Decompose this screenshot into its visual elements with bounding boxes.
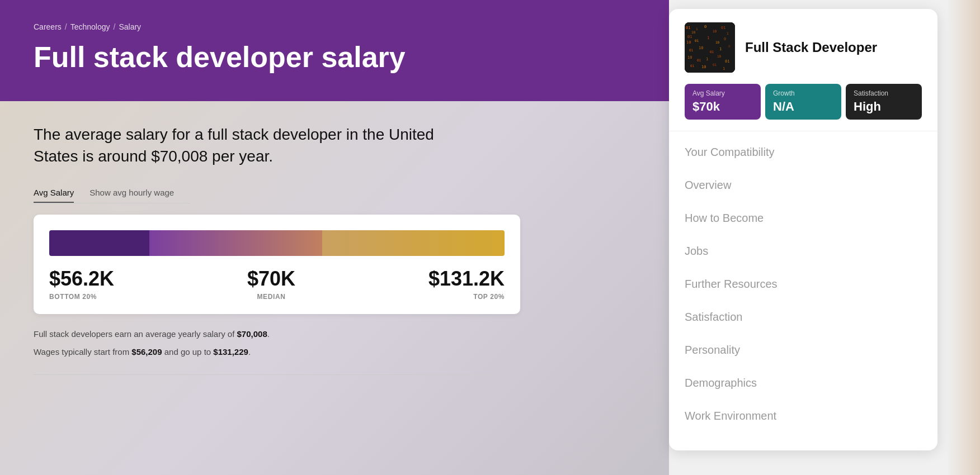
stat-satisfaction: Satisfaction High xyxy=(846,84,922,120)
page-title: Full stack developer salary xyxy=(34,41,635,73)
avg-salary-value: $70k xyxy=(692,99,753,114)
svg-text:01: 01 xyxy=(697,58,701,62)
stat-growth: Growth N/A xyxy=(765,84,841,120)
intro-text-end: per year. xyxy=(208,148,273,165)
svg-text:01: 01 xyxy=(687,35,692,39)
desc-line2-end: . xyxy=(248,347,251,357)
median-label: MEDIAN xyxy=(257,293,286,301)
svg-text:0: 0 xyxy=(704,25,706,29)
sidebar: 01 10 01 1 0 10 01 1 10 01 1 10 0 01 xyxy=(669,9,937,450)
sidebar-item-work-environment[interactable]: Work Environment xyxy=(669,400,937,433)
breadcrumb: Careers / Technology / Salary xyxy=(34,22,635,31)
thumbnail-inner: 01 10 01 1 0 10 01 1 10 01 1 10 0 01 xyxy=(685,22,735,73)
svg-text:10: 10 xyxy=(713,29,717,33)
tab-avg-salary[interactable]: Avg Salary xyxy=(34,183,74,203)
sidebar-item-compatibility[interactable]: Your Compatibility xyxy=(669,136,937,169)
svg-text:01: 01 xyxy=(690,64,695,68)
svg-text:1: 1 xyxy=(707,36,709,40)
salary-bar xyxy=(49,230,505,256)
svg-text:01: 01 xyxy=(695,39,699,42)
breadcrumb-technology[interactable]: Technology xyxy=(70,22,110,31)
sidebar-item-personality[interactable]: Personality xyxy=(669,334,937,367)
sidebar-item-jobs[interactable]: Jobs xyxy=(669,235,937,268)
sidebar-job-info: 01 10 01 1 0 10 01 1 10 01 1 10 0 01 xyxy=(685,22,922,73)
content-inner: The average salary for a full stack deve… xyxy=(34,124,635,374)
desc-top-bold: $131,229 xyxy=(213,347,248,357)
svg-text:1: 1 xyxy=(706,57,708,61)
sidebar-job-title: Full Stack Developer xyxy=(745,40,877,56)
bar-bottom-segment xyxy=(49,230,149,256)
svg-text:1: 1 xyxy=(727,31,729,35)
bar-median-segment xyxy=(149,230,322,256)
desc-line2-mid: and go up to xyxy=(162,347,214,357)
svg-text:10: 10 xyxy=(717,54,722,58)
main-content: Careers / Technology / Salary Full stack… xyxy=(0,0,669,475)
intro-salary-highlight: $70,008 xyxy=(151,148,208,165)
svg-text:10: 10 xyxy=(701,65,706,69)
satisfaction-value: High xyxy=(854,99,914,114)
breadcrumb-sep-1: / xyxy=(65,22,67,31)
svg-text:10: 10 xyxy=(687,55,692,60)
svg-text:01: 01 xyxy=(686,26,690,30)
bottom-amount: $56.2K xyxy=(49,267,114,291)
bar-top-segment xyxy=(322,230,505,256)
avg-salary-label: Avg Salary xyxy=(692,89,753,97)
svg-text:10: 10 xyxy=(699,46,703,50)
satisfaction-label: Satisfaction xyxy=(854,89,914,97)
sidebar-item-how-to-become[interactable]: How to Become xyxy=(669,202,937,235)
salary-median: $70K MEDIAN xyxy=(247,267,295,301)
breadcrumb-salary[interactable]: Salary xyxy=(119,22,141,31)
desc-line2-start: Wages typically start from xyxy=(34,347,131,357)
salary-top: $131.2K TOP 20% xyxy=(428,267,505,301)
svg-text:01: 01 xyxy=(725,59,729,64)
content-section: The average salary for a full stack deve… xyxy=(0,101,669,475)
top-amount: $131.2K xyxy=(428,267,505,291)
description-block: Full stack developers earn an average ye… xyxy=(34,327,492,359)
salary-labels-row: $56.2K BOTTOM 20% $70K MEDIAN $131.2K TO… xyxy=(49,267,505,301)
hero-section: Careers / Technology / Salary Full stack… xyxy=(0,0,669,101)
salary-tabs: Avg Salary Show avg hourly wage xyxy=(34,183,190,203)
desc-line1-end: . xyxy=(267,329,270,339)
sidebar-item-overview[interactable]: Overview xyxy=(669,169,937,202)
sidebar-item-satisfaction[interactable]: Satisfaction xyxy=(669,301,937,334)
job-thumbnail: 01 10 01 1 0 10 01 1 10 01 1 10 0 01 xyxy=(685,22,735,73)
sidebar-item-further-resources[interactable]: Further Resources xyxy=(669,268,937,301)
right-fade-edge xyxy=(946,0,980,475)
sidebar-nav: Your Compatibility Overview How to Becom… xyxy=(669,131,937,437)
svg-text:10: 10 xyxy=(715,40,720,44)
salary-bottom: $56.2K BOTTOM 20% xyxy=(49,267,114,301)
tab-hourly-wage[interactable]: Show avg hourly wage xyxy=(89,183,174,203)
breadcrumb-careers[interactable]: Careers xyxy=(34,22,62,31)
desc-line1: Full stack developers earn an average ye… xyxy=(34,327,492,341)
svg-text:1: 1 xyxy=(723,66,725,71)
svg-text:01: 01 xyxy=(713,63,717,66)
svg-text:1: 1 xyxy=(719,47,722,51)
top-label: TOP 20% xyxy=(473,293,505,301)
sidebar-item-demographics[interactable]: Demographics xyxy=(669,367,937,400)
salary-card: $56.2K BOTTOM 20% $70K MEDIAN $131.2K TO… xyxy=(34,215,520,314)
intro-paragraph: The average salary for a full stack deve… xyxy=(34,124,481,167)
svg-text:0: 0 xyxy=(724,37,726,41)
svg-text:10: 10 xyxy=(686,40,691,45)
stat-avg-salary: Avg Salary $70k xyxy=(685,84,761,120)
sidebar-header: 01 10 01 1 0 10 01 1 10 01 1 10 0 01 xyxy=(669,9,937,131)
growth-value: N/A xyxy=(773,99,833,114)
bottom-label: BOTTOM 20% xyxy=(49,293,114,301)
desc-bottom-bold: $56,209 xyxy=(131,347,162,357)
section-divider xyxy=(34,374,492,375)
matrix-icon: 01 10 01 1 0 10 01 1 10 01 1 10 0 01 xyxy=(685,22,735,73)
desc-salary-bold: $70,008 xyxy=(237,329,267,339)
svg-text:10: 10 xyxy=(691,30,696,34)
stats-row: Avg Salary $70k Growth N/A Satisfaction … xyxy=(685,84,922,120)
svg-text:01: 01 xyxy=(689,48,694,52)
svg-text:01: 01 xyxy=(710,50,714,54)
svg-text:01: 01 xyxy=(721,26,725,30)
breadcrumb-sep-2: / xyxy=(114,22,116,31)
growth-label: Growth xyxy=(773,89,833,97)
desc-line2: Wages typically start from $56,209 and g… xyxy=(34,345,492,359)
svg-text:1: 1 xyxy=(696,27,698,31)
svg-text:0: 0 xyxy=(728,44,731,48)
median-amount: $70K xyxy=(247,267,295,291)
desc-line1-start: Full stack developers earn an average ye… xyxy=(34,329,237,339)
